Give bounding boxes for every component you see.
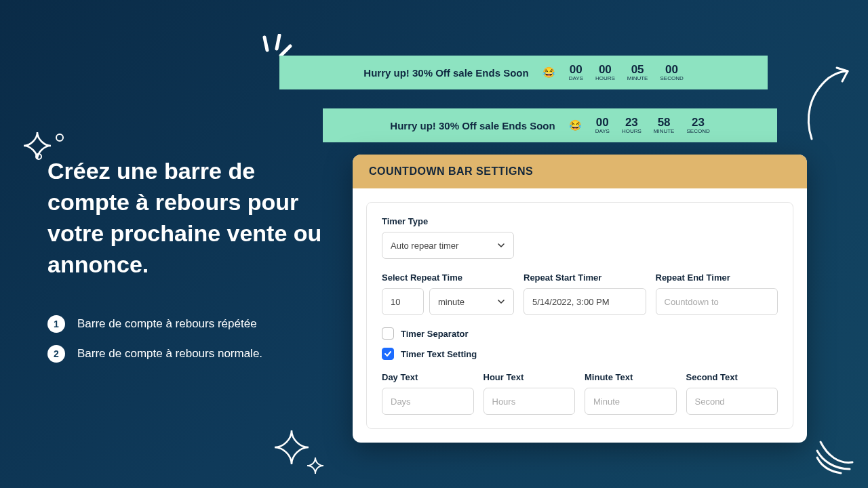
chevron-down-icon (497, 298, 505, 306)
repeat-number-input[interactable] (382, 288, 424, 315)
emoji-icon: 😂 (569, 119, 582, 131)
second-text-label: Second Text (686, 372, 778, 382)
countdown-bar-1: Hurry up! 30% Off sale Ends Soon 😂 00 DA… (279, 56, 768, 89)
emoji-icon: 😂 (542, 66, 555, 79)
settings-panel: COUNTDOWN BAR SETTIGNS Timer Type Auto r… (353, 155, 807, 443)
checkbox-icon (382, 348, 394, 360)
select-repeat-label: Select Repeat Time (382, 272, 514, 283)
svg-point-0 (56, 134, 63, 141)
timer-separator-checkbox[interactable]: Timer Separator (382, 327, 778, 340)
panel-title: COUNTDOWN BAR SETTIGNS (353, 155, 807, 188)
second-text-input[interactable] (686, 388, 778, 415)
timer-unit-days: 00 DAYS (569, 64, 583, 81)
svg-point-1 (36, 154, 41, 159)
hour-text-input[interactable] (484, 388, 576, 415)
feature-bullets: 1 Barre de compte à rebours répétée 2 Ba… (47, 315, 262, 375)
timer-type-label: Timer Type (382, 216, 778, 226)
repeat-end-input[interactable] (656, 288, 778, 315)
bar-text: Hurry up! 30% Off sale Ends Soon (363, 67, 528, 79)
bullet-item-1: 1 Barre de compte à rebours répétée (47, 315, 262, 333)
day-text-input[interactable] (382, 388, 474, 415)
timer-unit-minute: 58 MINUTE (654, 117, 675, 134)
hour-text-label: Hour Text (484, 372, 576, 382)
bullet-number: 2 (47, 345, 65, 363)
repeat-unit-select[interactable]: minute (429, 288, 514, 315)
chevron-down-icon (497, 241, 505, 249)
bullet-text: Barre de compte à rebours normale. (77, 347, 262, 361)
bullet-number: 1 (47, 315, 65, 333)
timer-unit-second: 23 SECOND (686, 117, 709, 134)
timer-unit-hours: 23 HOURS (622, 117, 642, 134)
timer-unit-hours: 00 HOURS (595, 64, 615, 81)
timer-unit-days: 00 DAYS (595, 117, 610, 134)
timer-type-select[interactable]: Auto repear timer (382, 232, 514, 259)
repeat-start-input[interactable] (524, 288, 646, 315)
timer-unit-minute: 05 MINUTE (627, 64, 648, 81)
timer-unit-second: 00 SECOND (660, 64, 683, 81)
bullet-text: Barre de compte à rebours répétée (77, 317, 257, 331)
page-headline: Créez une barre de compte à rebours pour… (47, 156, 332, 281)
checkbox-icon (382, 327, 394, 340)
day-text-label: Day Text (382, 372, 474, 382)
repeat-start-label: Repeat Start Timer (524, 272, 646, 283)
bullet-item-2: 2 Barre de compte à rebours normale. (47, 345, 262, 363)
countdown-bar-2: Hurry up! 30% Off sale Ends Soon 😂 00 DA… (323, 108, 777, 142)
minute-text-label: Minute Text (585, 372, 677, 382)
bar-text: Hurry up! 30% Off sale Ends Soon (390, 120, 555, 131)
timer-units: 00 DAYS 23 HOURS 58 MINUTE 23 SECOND (595, 117, 710, 134)
timer-units: 00 DAYS 00 HOURS 05 MINUTE 00 SECOND (569, 64, 684, 81)
minute-text-input[interactable] (585, 388, 677, 415)
repeat-end-label: Repeat End Timer (656, 272, 778, 283)
timer-text-setting-checkbox[interactable]: Timer Text Setting (382, 348, 778, 360)
